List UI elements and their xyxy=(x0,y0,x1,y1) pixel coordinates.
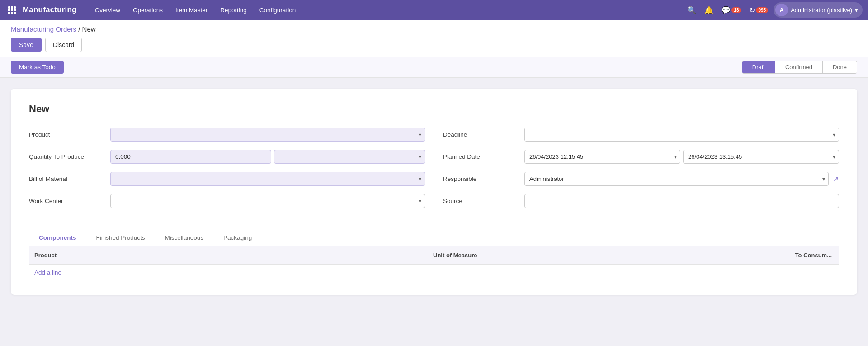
bell-icon[interactable]: 🔔 xyxy=(702,4,716,16)
svg-rect-4 xyxy=(11,9,13,11)
deadline-select-wrapper: ▾ xyxy=(524,128,839,142)
workcenter-select-wrapper: ▾ xyxy=(110,194,425,208)
chat-icon[interactable]: 💬13 xyxy=(719,4,744,16)
responsible-select-wrapper: Administrator ▾ xyxy=(524,172,829,186)
responsible-label: Responsible xyxy=(443,175,524,182)
quantity-label: Quantity To Produce xyxy=(29,153,110,160)
deadline-select[interactable] xyxy=(524,128,839,142)
workcenter-select[interactable] xyxy=(110,194,425,208)
nav-menus: Overview Operations Item Master Reportin… xyxy=(90,4,685,16)
workcenter-row: Work Center ▾ xyxy=(29,194,425,208)
brand-name: Manufacturing xyxy=(23,5,77,14)
table-section: Product Unit of Measure To Consum... Add… xyxy=(29,246,839,280)
product-select[interactable] xyxy=(110,128,425,142)
tab-components[interactable]: Components xyxy=(29,230,86,246)
unit-select[interactable] xyxy=(274,150,425,164)
form-title: New xyxy=(29,103,839,115)
svg-rect-5 xyxy=(14,9,16,11)
breadcrumb-current: New xyxy=(82,25,96,33)
chevron-down-icon: ▾ xyxy=(855,7,858,14)
workcenter-label: Work Center xyxy=(29,198,110,204)
deadline-label: Deadline xyxy=(443,131,524,138)
responsible-row: Responsible Administrator ▾ ↗ xyxy=(443,172,839,186)
search-icon[interactable]: 🔍 xyxy=(684,4,699,16)
discard-button[interactable]: Discard xyxy=(45,38,82,52)
svg-rect-6 xyxy=(8,12,10,14)
product-label: Product xyxy=(29,131,110,138)
status-step-done[interactable]: Done xyxy=(823,61,857,73)
planned-date-range: ▾ ▾ xyxy=(524,150,839,164)
bom-select-wrapper: ▾ xyxy=(110,172,425,186)
tab-miscellaneous[interactable]: Miscellaneous xyxy=(155,230,214,246)
topnav-right: 🔍 🔔 💬13 ↻995 A Administrator (plastlive)… xyxy=(684,2,863,18)
top-navigation: Manufacturing Overview Operations Item M… xyxy=(0,0,868,20)
breadcrumb-parent[interactable]: Manufacturing Orders xyxy=(11,25,76,33)
breadcrumb-actions: Save Discard xyxy=(11,38,857,52)
svg-rect-8 xyxy=(14,12,16,14)
planned-date-label: Planned Date xyxy=(443,153,524,160)
nav-item-master[interactable]: Item Master xyxy=(170,4,213,16)
tab-packaging[interactable]: Packaging xyxy=(213,230,262,246)
planned-start-input[interactable] xyxy=(524,150,680,164)
form-columns: Product ▾ Quantity To Produce xyxy=(29,128,839,216)
tabs-row: Components Finished Products Miscellaneo… xyxy=(29,230,839,246)
status-step-confirmed[interactable]: Confirmed xyxy=(775,61,823,73)
bom-label: Bill of Material xyxy=(29,175,110,182)
nav-operations[interactable]: Operations xyxy=(127,4,168,16)
planned-date-row: Planned Date ▾ ▾ xyxy=(443,150,839,164)
nav-configuration[interactable]: Configuration xyxy=(254,4,301,16)
mark-as-todo-button[interactable]: Mark as Todo xyxy=(11,61,64,74)
planned-end-input[interactable] xyxy=(683,150,839,164)
breadcrumb-separator: / xyxy=(78,25,82,33)
source-row: Source xyxy=(443,194,839,208)
responsible-select[interactable]: Administrator xyxy=(524,172,829,186)
svg-rect-3 xyxy=(8,9,10,11)
svg-rect-2 xyxy=(14,6,16,9)
source-label: Source xyxy=(443,198,524,204)
add-line-button[interactable]: Add a line xyxy=(29,265,839,280)
quantity-input[interactable] xyxy=(110,150,271,164)
tab-finished-products[interactable]: Finished Products xyxy=(86,230,155,246)
product-row: Product ▾ xyxy=(29,128,425,142)
nav-reporting[interactable]: Reporting xyxy=(215,4,252,16)
breadcrumb-bar: Manufacturing Orders / New Save Discard xyxy=(0,20,868,57)
apps-icon[interactable] xyxy=(5,4,18,16)
table-col-product: Product xyxy=(29,250,428,261)
product-select-wrapper: ▾ xyxy=(110,128,425,142)
quantity-row: Quantity To Produce ▾ xyxy=(29,150,425,164)
bom-row: Bill of Material ▾ xyxy=(29,172,425,186)
source-input[interactable] xyxy=(524,194,839,208)
nav-overview[interactable]: Overview xyxy=(90,4,126,16)
responsible-wrapper: Administrator ▾ ↗ xyxy=(524,172,839,186)
unit-select-wrapper: ▾ xyxy=(274,150,425,164)
user-name: Administrator (plastlive) xyxy=(791,7,852,14)
status-steps: Draft Confirmed Done xyxy=(742,61,857,74)
external-link-icon[interactable]: ↗ xyxy=(833,175,839,183)
svg-rect-7 xyxy=(11,12,13,14)
avatar-initials: A xyxy=(775,4,788,16)
svg-rect-0 xyxy=(8,6,10,9)
breadcrumb: Manufacturing Orders / New xyxy=(11,25,857,33)
table-col-uom: Unit of Measure xyxy=(428,250,697,261)
planned-start-wrapper: ▾ xyxy=(524,150,680,164)
main-content: New Product ▾ Quantity To Produce xyxy=(0,78,868,306)
planned-end-wrapper: ▾ xyxy=(683,150,839,164)
table-col-consum: To Consum... xyxy=(697,250,839,261)
deadline-row: Deadline ▾ xyxy=(443,128,839,142)
status-bar: Mark as Todo Draft Confirmed Done xyxy=(0,57,868,78)
form-right: Deadline ▾ Planned Date ▾ xyxy=(443,128,839,216)
form-card: New Product ▾ Quantity To Produce xyxy=(11,89,857,295)
form-left: Product ▾ Quantity To Produce xyxy=(29,128,425,216)
save-button[interactable]: Save xyxy=(11,38,42,52)
user-avatar[interactable]: A Administrator (plastlive) ▾ xyxy=(774,2,863,18)
updates-icon[interactable]: ↻995 xyxy=(746,4,771,16)
table-header: Product Unit of Measure To Consum... xyxy=(29,246,839,265)
status-step-draft[interactable]: Draft xyxy=(742,61,775,73)
svg-rect-1 xyxy=(11,6,13,9)
quantity-unit-wrapper: ▾ xyxy=(110,150,425,164)
bom-select[interactable] xyxy=(110,172,425,186)
